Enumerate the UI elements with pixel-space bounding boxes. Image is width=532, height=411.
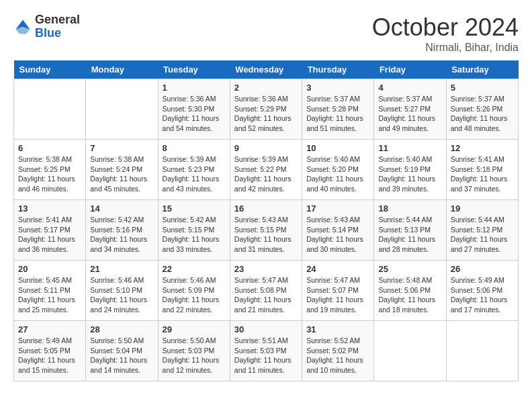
day-number: 9 [234,143,298,153]
day-cell: 19 Sunrise: 5:44 AMSunset: 5:12 PMDaylig… [446,200,518,261]
header-row: SundayMondayTuesdayWednesdayThursdayFrid… [14,60,519,79]
day-number: 14 [90,203,153,214]
title-block: October 2024 Nirmali, Bihar, India [372,13,519,54]
day-cell: 14 Sunrise: 5:42 AMSunset: 5:16 PMDaylig… [86,200,158,261]
day-number: 7 [90,143,153,153]
day-info: Sunrise: 5:36 AMSunset: 5:30 PMDaylight:… [163,95,220,132]
day-number: 25 [378,264,441,274]
day-number: 1 [163,83,226,93]
location: Nirmali, Bihar, India [372,42,519,54]
day-info: Sunrise: 5:47 AMSunset: 5:08 PMDaylight:… [234,276,292,314]
day-info: Sunrise: 5:41 AMSunset: 5:18 PMDaylight:… [451,155,508,193]
col-header-wednesday: Wednesday [230,60,302,79]
day-info: Sunrise: 5:45 AMSunset: 5:11 PMDaylight:… [18,276,75,314]
day-cell: 8 Sunrise: 5:39 AMSunset: 5:23 PMDayligh… [158,140,230,200]
day-info: Sunrise: 5:43 AMSunset: 5:14 PMDaylight:… [306,216,363,253]
logo-general: General [35,13,80,27]
day-info: Sunrise: 5:37 AMSunset: 5:27 PMDaylight:… [378,95,435,132]
col-header-tuesday: Tuesday [158,60,230,79]
day-cell: 20 Sunrise: 5:45 AMSunset: 5:11 PMDaylig… [14,261,86,321]
logo-text: General Blue [35,13,80,40]
day-cell [446,321,518,381]
day-number: 11 [378,143,441,153]
day-number: 5 [451,83,514,93]
day-number: 4 [378,83,441,93]
day-cell [14,79,86,140]
day-number: 31 [306,324,369,334]
day-number: 16 [234,203,298,214]
day-info: Sunrise: 5:39 AMSunset: 5:22 PMDaylight:… [234,155,292,193]
week-row-2: 6 Sunrise: 5:38 AMSunset: 5:25 PMDayligh… [14,140,519,200]
day-info: Sunrise: 5:41 AMSunset: 5:17 PMDaylight:… [18,216,75,253]
day-number: 28 [90,324,153,334]
week-row-4: 20 Sunrise: 5:45 AMSunset: 5:11 PMDaylig… [14,261,519,321]
day-info: Sunrise: 5:39 AMSunset: 5:23 PMDaylight:… [163,155,220,193]
day-cell: 9 Sunrise: 5:39 AMSunset: 5:22 PMDayligh… [230,140,302,200]
day-cell [374,321,446,381]
day-number: 22 [163,264,226,274]
day-number: 17 [306,203,369,214]
week-row-1: 1 Sunrise: 5:36 AMSunset: 5:30 PMDayligh… [14,79,519,140]
day-cell: 2 Sunrise: 5:36 AMSunset: 5:29 PMDayligh… [230,79,302,140]
day-cell: 23 Sunrise: 5:47 AMSunset: 5:08 PMDaylig… [230,261,302,321]
day-number: 29 [163,324,226,334]
day-info: Sunrise: 5:44 AMSunset: 5:13 PMDaylight:… [378,216,435,253]
day-info: Sunrise: 5:46 AMSunset: 5:10 PMDaylight:… [90,276,147,314]
day-info: Sunrise: 5:50 AMSunset: 5:03 PMDaylight:… [163,336,220,374]
day-info: Sunrise: 5:49 AMSunset: 5:06 PMDaylight:… [451,276,508,314]
month-title: October 2024 [372,13,519,42]
day-cell: 12 Sunrise: 5:41 AMSunset: 5:18 PMDaylig… [446,140,518,200]
day-cell: 24 Sunrise: 5:47 AMSunset: 5:07 PMDaylig… [302,261,374,321]
week-row-5: 27 Sunrise: 5:49 AMSunset: 5:05 PMDaylig… [14,321,519,381]
day-info: Sunrise: 5:48 AMSunset: 5:06 PMDaylight:… [378,276,435,314]
logo: General Blue [13,13,80,40]
day-number: 6 [18,143,81,153]
day-cell: 25 Sunrise: 5:48 AMSunset: 5:06 PMDaylig… [374,261,446,321]
logo-icon [13,17,32,36]
day-info: Sunrise: 5:49 AMSunset: 5:05 PMDaylight:… [18,336,75,374]
day-info: Sunrise: 5:51 AMSunset: 5:03 PMDaylight:… [234,336,292,374]
day-info: Sunrise: 5:50 AMSunset: 5:04 PMDaylight:… [90,336,147,374]
day-number: 21 [90,264,153,274]
day-number: 27 [18,324,81,334]
day-number: 2 [234,83,298,93]
week-row-3: 13 Sunrise: 5:41 AMSunset: 5:17 PMDaylig… [14,200,519,261]
col-header-sunday: Sunday [14,60,86,79]
day-info: Sunrise: 5:52 AMSunset: 5:02 PMDaylight:… [306,336,363,374]
day-cell: 3 Sunrise: 5:37 AMSunset: 5:28 PMDayligh… [302,79,374,140]
day-cell: 6 Sunrise: 5:38 AMSunset: 5:25 PMDayligh… [14,140,86,200]
day-info: Sunrise: 5:42 AMSunset: 5:15 PMDaylight:… [163,216,220,253]
day-number: 20 [18,264,81,274]
day-info: Sunrise: 5:46 AMSunset: 5:09 PMDaylight:… [163,276,220,314]
day-cell: 5 Sunrise: 5:37 AMSunset: 5:26 PMDayligh… [446,79,518,140]
day-cell: 30 Sunrise: 5:51 AMSunset: 5:03 PMDaylig… [230,321,302,381]
calendar-table: SundayMondayTuesdayWednesdayThursdayFrid… [13,60,519,381]
col-header-friday: Friday [374,60,446,79]
day-number: 15 [163,203,226,214]
day-number: 26 [451,264,514,274]
day-cell: 10 Sunrise: 5:40 AMSunset: 5:20 PMDaylig… [302,140,374,200]
day-number: 19 [451,203,514,214]
day-cell: 31 Sunrise: 5:52 AMSunset: 5:02 PMDaylig… [302,321,374,381]
day-cell: 18 Sunrise: 5:44 AMSunset: 5:13 PMDaylig… [374,200,446,261]
day-info: Sunrise: 5:38 AMSunset: 5:25 PMDaylight:… [18,155,75,193]
day-cell: 7 Sunrise: 5:38 AMSunset: 5:24 PMDayligh… [86,140,158,200]
day-number: 13 [18,203,81,214]
day-cell: 1 Sunrise: 5:36 AMSunset: 5:30 PMDayligh… [158,79,230,140]
day-cell: 27 Sunrise: 5:49 AMSunset: 5:05 PMDaylig… [14,321,86,381]
day-number: 3 [306,83,369,93]
day-info: Sunrise: 5:37 AMSunset: 5:28 PMDaylight:… [306,95,363,132]
day-cell [86,79,158,140]
day-info: Sunrise: 5:44 AMSunset: 5:12 PMDaylight:… [451,216,508,253]
day-info: Sunrise: 5:42 AMSunset: 5:16 PMDaylight:… [90,216,147,253]
day-info: Sunrise: 5:47 AMSunset: 5:07 PMDaylight:… [306,276,363,314]
day-number: 12 [451,143,514,153]
day-cell: 22 Sunrise: 5:46 AMSunset: 5:09 PMDaylig… [158,261,230,321]
day-number: 24 [306,264,369,274]
day-number: 18 [378,203,441,214]
day-cell: 15 Sunrise: 5:42 AMSunset: 5:15 PMDaylig… [158,200,230,261]
page-header: General Blue October 2024 Nirmali, Bihar… [13,13,519,54]
day-cell: 17 Sunrise: 5:43 AMSunset: 5:14 PMDaylig… [302,200,374,261]
day-info: Sunrise: 5:36 AMSunset: 5:29 PMDaylight:… [234,95,292,132]
day-number: 23 [234,264,298,274]
